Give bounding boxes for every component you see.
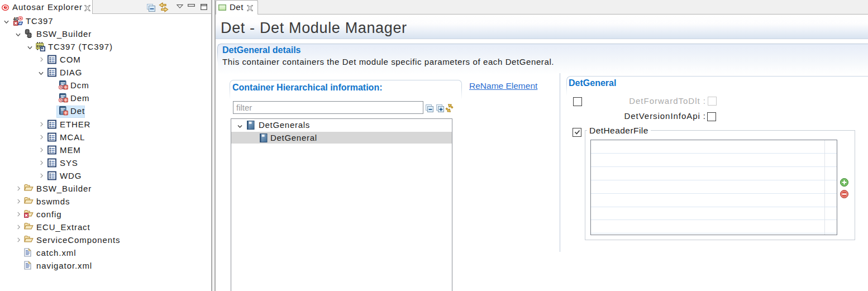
svg-text:40: 40 bbox=[13, 16, 18, 22]
